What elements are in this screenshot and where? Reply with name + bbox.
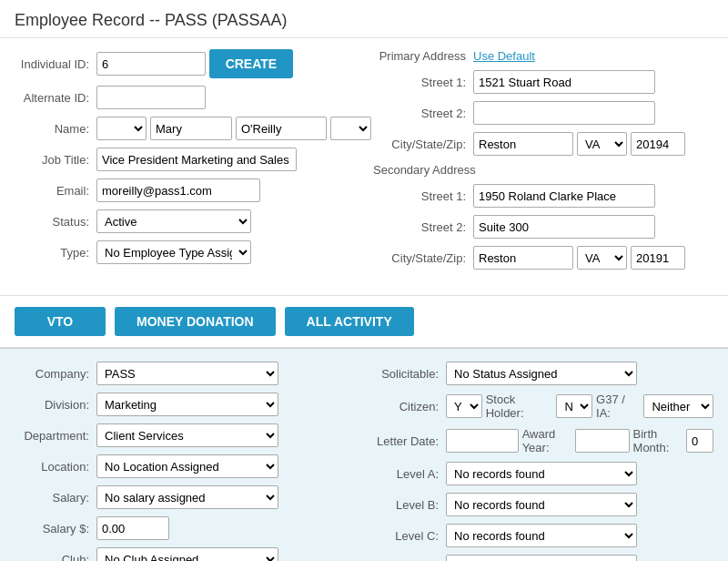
job-title-input[interactable] xyxy=(96,148,297,171)
type-select[interactable]: No Employee Type Assigned xyxy=(96,240,251,264)
secondary-street2-label: Street 2: xyxy=(373,220,473,234)
solicitable-select[interactable]: No Status Assigned xyxy=(446,362,637,385)
primary-street1-row: Street 1: xyxy=(373,70,713,94)
email-input[interactable] xyxy=(96,178,260,202)
level-c-select[interactable]: No records found xyxy=(446,524,637,547)
location-row: Location: No Location Assigned xyxy=(15,454,355,478)
primary-street2-row: Street 2: xyxy=(373,101,713,125)
letter-date-input[interactable] xyxy=(446,429,519,453)
alternate-id-row: Alternate ID: xyxy=(15,86,355,109)
birth-month-input[interactable] xyxy=(686,429,713,453)
individual-id-label: Individual ID: xyxy=(15,57,96,71)
status-row: Status: Active Inactive xyxy=(15,209,355,233)
letter-date-label: Letter Date: xyxy=(373,434,446,448)
level-a-row: Level A: No records found xyxy=(373,462,713,485)
club-label: Club: xyxy=(15,553,96,562)
level-c-row: Level C: No records found xyxy=(373,524,713,547)
primary-zip-input[interactable] xyxy=(631,132,685,156)
money-donation-button[interactable]: MONEY DONATION xyxy=(115,307,276,336)
primary-address-header-row: Primary Address Use Default xyxy=(373,49,713,63)
club-select[interactable]: No Club Assigned xyxy=(96,547,278,561)
birth-month-label: Birth Month: xyxy=(633,427,683,454)
salary-row: Salary: No salary assigned xyxy=(15,485,355,509)
salary-select[interactable]: No salary assigned xyxy=(96,485,278,509)
type-label: Type: xyxy=(15,246,96,260)
division-label: Division: xyxy=(15,398,96,412)
club-row: Club: No Club Assigned xyxy=(15,547,355,561)
secondary-city-input[interactable] xyxy=(473,246,573,270)
email-row: Email: xyxy=(15,178,355,202)
secondary-street1-input[interactable] xyxy=(473,184,655,208)
department-label: Department: xyxy=(15,429,96,443)
individual-id-input[interactable] xyxy=(96,52,206,76)
salary-dollar-label: Salary $: xyxy=(15,522,96,536)
name-row: Name: Mr. Ms. Mrs. Jr. Sr. xyxy=(15,117,355,140)
location-label: Location: xyxy=(15,460,96,474)
stockholder-label: Stock Holder: xyxy=(486,393,553,420)
name-prefix-select[interactable]: Mr. Ms. Mrs. xyxy=(96,117,147,140)
department-row: Department: Client Services xyxy=(15,423,355,447)
solicitable-row: Solicitable: No Status Assigned xyxy=(373,362,713,385)
primary-state-select[interactable]: VA xyxy=(577,132,627,156)
salary-dollar-row: Salary $: xyxy=(15,516,355,540)
level-b-select[interactable]: No records found xyxy=(446,493,637,516)
secondary-street2-row: Street 2: xyxy=(373,215,713,239)
secondary-street1-row: Street 1: xyxy=(373,184,713,208)
primary-street2-input[interactable] xyxy=(473,101,655,125)
stockholder-select[interactable]: N Y xyxy=(556,394,592,418)
status-select[interactable]: Active Inactive xyxy=(96,209,251,233)
name-label: Name: xyxy=(15,122,96,136)
primary-street2-label: Street 2: xyxy=(373,107,473,120)
award-year-label: Award Year: xyxy=(522,427,572,454)
solicitable-label: Solicitable: xyxy=(373,367,446,381)
vto-button[interactable]: VTO xyxy=(15,307,106,336)
bottom-right-panel: Solicitable: No Status Assigned Citizen:… xyxy=(373,362,713,561)
primary-street1-label: Street 1: xyxy=(373,76,473,89)
citizen-label: Citizen: xyxy=(373,400,446,413)
job-title-label: Job Title: xyxy=(15,153,96,167)
location-select[interactable]: No Location Assigned xyxy=(96,454,278,478)
department-select[interactable]: Client Services xyxy=(96,423,278,447)
primary-city-row: City/State/Zip: VA xyxy=(373,132,713,156)
create-button[interactable]: CREATE xyxy=(209,49,294,78)
level-a-select[interactable]: No records found xyxy=(446,462,637,485)
primary-street1-input[interactable] xyxy=(473,70,655,94)
secondary-street1-label: Street 1: xyxy=(373,189,473,203)
all-activity-button[interactable]: ALL ACTIVITY xyxy=(285,307,414,336)
level-d-select[interactable]: No records found xyxy=(446,555,637,561)
secondary-city-label: City/State/Zip: xyxy=(373,251,473,265)
level-b-label: Level B: xyxy=(373,498,446,512)
alternate-id-label: Alternate ID: xyxy=(15,91,96,105)
use-default-link[interactable]: Use Default xyxy=(473,49,535,63)
bottom-left-panel: Company: PASS Division: Marketing Depart… xyxy=(15,362,355,561)
bottom-section: Company: PASS Division: Marketing Depart… xyxy=(0,348,728,561)
individual-id-row: Individual ID: CREATE xyxy=(15,49,355,78)
salary-label: Salary: xyxy=(15,491,96,505)
secondary-state-select[interactable]: VA xyxy=(577,246,627,270)
letter-date-row: Letter Date: Award Year: Birth Month: xyxy=(373,427,713,454)
secondary-street2-input[interactable] xyxy=(473,215,655,239)
alternate-id-input[interactable] xyxy=(96,86,206,109)
level-a-label: Level A: xyxy=(373,467,446,481)
name-suffix-select[interactable]: Jr. Sr. xyxy=(330,117,371,140)
action-bar: VTO MONEY DONATION ALL ACTIVITY xyxy=(0,295,728,348)
secondary-address-label: Secondary Address xyxy=(373,163,483,177)
page-title: Employee Record -- PASS (PASSAA) xyxy=(0,0,728,38)
citizen-select[interactable]: Y N xyxy=(446,394,482,418)
citizen-row: Citizen: Y N Stock Holder: N Y G37 / IA:… xyxy=(373,393,713,420)
primary-city-input[interactable] xyxy=(473,132,573,156)
division-select[interactable]: Marketing xyxy=(96,393,278,416)
company-row: Company: PASS xyxy=(15,362,355,385)
secondary-address-header-row: Secondary Address xyxy=(373,163,713,177)
company-select[interactable]: PASS xyxy=(96,362,278,385)
primary-address-label: Primary Address xyxy=(373,49,473,63)
primary-city-label: City/State/Zip: xyxy=(373,138,473,151)
status-label: Status: xyxy=(15,215,96,229)
secondary-zip-input[interactable] xyxy=(631,246,685,270)
award-year-input[interactable] xyxy=(575,429,630,453)
job-title-row: Job Title: xyxy=(15,148,355,171)
first-name-input[interactable] xyxy=(150,117,232,140)
salary-dollar-input[interactable] xyxy=(96,516,169,540)
g37-select[interactable]: Neither G37 IA xyxy=(643,394,713,418)
last-name-input[interactable] xyxy=(236,117,327,140)
